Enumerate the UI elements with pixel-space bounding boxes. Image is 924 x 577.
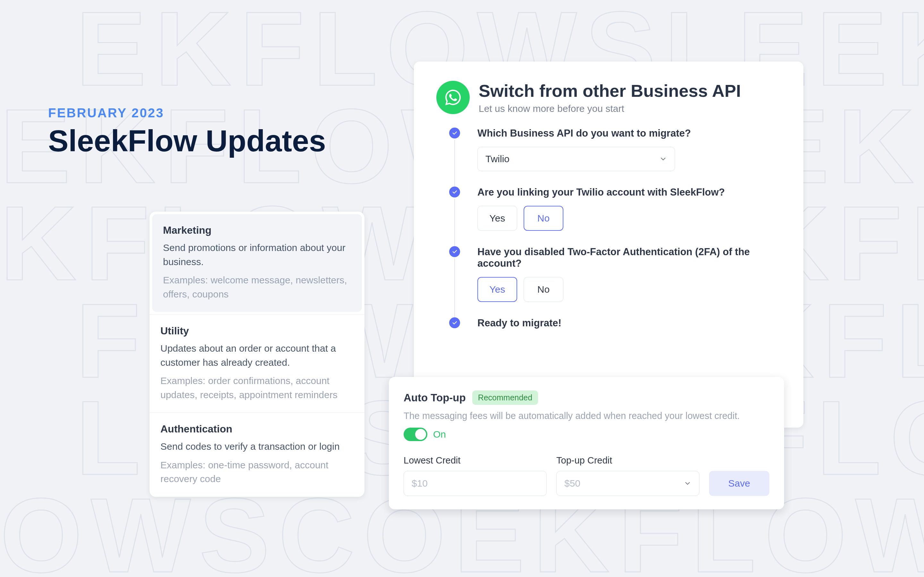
twofa-no-button[interactable]: No — [523, 277, 564, 302]
lowest-credit-input[interactable] — [404, 471, 547, 496]
category-description: Send promotions or information about you… — [163, 241, 351, 269]
step-label: Ready to migrate! — [477, 318, 781, 329]
linking-yes-button[interactable]: Yes — [477, 206, 517, 231]
step-label: Have you disabled Two-Factor Authenticat… — [477, 246, 781, 269]
category-examples: Examples: order confirmations, account u… — [160, 374, 354, 402]
categories-card: Marketing Send promotions or information… — [150, 211, 365, 497]
whatsapp-icon — [436, 81, 470, 114]
topup-credit-select[interactable]: $50 — [556, 471, 699, 496]
chevron-down-icon — [659, 155, 667, 163]
category-utility[interactable]: Utility Updates about an order or accoun… — [150, 314, 365, 413]
wizard-step-4: Ready to migrate! — [477, 318, 781, 344]
toggle-state-label: On — [433, 429, 446, 440]
page-header: FEBRUARY 2023 SleekFlow Updates — [48, 106, 326, 158]
category-marketing[interactable]: Marketing Send promotions or information… — [152, 214, 362, 312]
lowest-credit-label: Lowest Credit — [404, 455, 547, 466]
step-label: Which Business API do you want to migrat… — [477, 127, 781, 139]
migration-wizard-card: Switch from other Business API Let us kn… — [414, 61, 803, 428]
category-description: Updates about an order or account that a… — [160, 342, 354, 369]
save-button[interactable]: Save — [709, 471, 769, 496]
topup-title: Auto Top-up — [404, 392, 466, 404]
page-title: SleekFlow Updates — [48, 123, 326, 158]
eyebrow-date: FEBRUARY 2023 — [48, 106, 326, 120]
wizard-subtitle: Let us know more before you start — [479, 103, 741, 114]
topup-description: The messaging fees will be automatically… — [404, 411, 769, 421]
category-examples: Examples: one-time password, account rec… — [160, 458, 354, 486]
category-title: Authentication — [160, 423, 354, 435]
topup-toggle[interactable] — [404, 428, 427, 441]
chevron-down-icon — [684, 480, 691, 487]
linking-no-button[interactable]: No — [523, 206, 564, 231]
topup-credit-label: Top-up Credit — [556, 455, 699, 466]
auto-topup-card: Auto Top-up Recommended The messaging fe… — [389, 377, 784, 509]
category-examples: Examples: welcome message, newsletters, … — [163, 273, 351, 301]
check-icon — [449, 127, 460, 139]
wizard-step-2: Are you linking your Twilio account with… — [477, 187, 781, 246]
check-icon — [449, 187, 460, 197]
wizard-title: Switch from other Business API — [479, 81, 741, 101]
dropdown-value: Twilio — [485, 153, 509, 164]
check-icon — [449, 318, 460, 328]
category-title: Marketing — [163, 224, 351, 236]
step-label: Are you linking your Twilio account with… — [477, 187, 781, 198]
category-authentication[interactable]: Authentication Send codes to verify a tr… — [150, 413, 365, 497]
wizard-step-3: Have you disabled Two-Factor Authenticat… — [477, 246, 781, 318]
category-title: Utility — [160, 325, 354, 337]
recommended-badge: Recommended — [472, 390, 538, 405]
wizard-step-1: Which Business API do you want to migrat… — [477, 127, 781, 187]
api-provider-dropdown[interactable]: Twilio — [477, 147, 675, 171]
twofa-yes-button[interactable]: Yes — [477, 277, 517, 302]
select-placeholder: $50 — [564, 478, 580, 489]
category-description: Send codes to verify a transaction or lo… — [160, 440, 354, 454]
check-icon — [449, 246, 460, 257]
